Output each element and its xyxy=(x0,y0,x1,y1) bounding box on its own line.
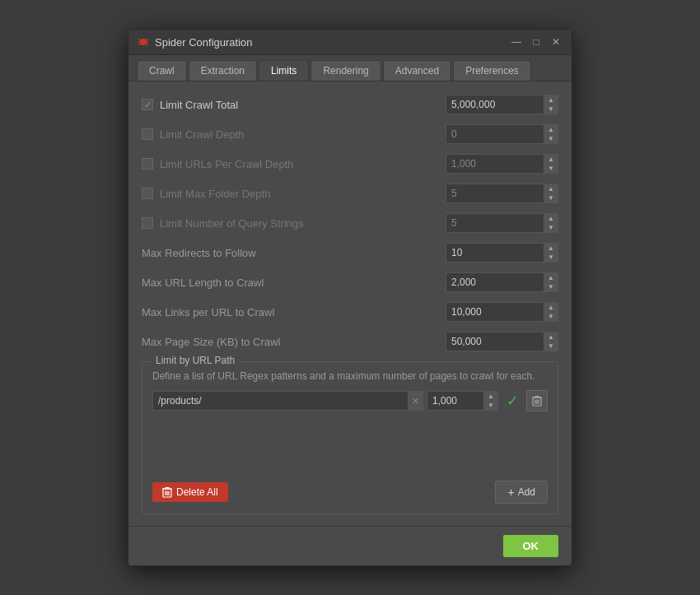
group-box-description: Define a list of URL Regex patterns and … xyxy=(152,370,548,382)
max-redirects-up[interactable]: ▲ xyxy=(544,244,558,253)
max-page-size-down[interactable]: ▼ xyxy=(544,342,558,351)
max-url-length-up[interactable]: ▲ xyxy=(544,273,558,282)
max-links-per-url-down[interactable]: ▼ xyxy=(544,312,558,321)
delete-all-label: Delete All xyxy=(176,486,218,498)
limit-urls-per-crawl-depth-input[interactable] xyxy=(446,154,544,174)
tab-bar: Crawl Extraction Limits Rendering Advanc… xyxy=(128,55,572,81)
limit-query-strings-input[interactable] xyxy=(446,213,544,233)
max-links-per-url-input[interactable] xyxy=(446,302,544,322)
limit-crawl-total-input[interactable] xyxy=(446,95,544,114)
max-links-per-url-spinbox: ▲ ▼ xyxy=(446,302,558,322)
url-entry-confirm-button[interactable]: ✓ xyxy=(502,390,523,411)
add-button[interactable]: + Add xyxy=(495,481,548,504)
url-count-wrap: ▲ ▼ xyxy=(427,391,498,411)
max-redirects-down[interactable]: ▼ xyxy=(544,253,558,262)
url-pattern-input-wrap: ✕ xyxy=(152,391,423,411)
minimize-button[interactable]: — xyxy=(509,35,524,49)
window-controls: — □ ✕ xyxy=(509,35,563,49)
max-url-length-down[interactable]: ▼ xyxy=(544,282,558,291)
max-page-size-input[interactable] xyxy=(446,332,544,351)
limits-panel: Limit Crawl Total ▲ ▼ Limit Crawl Depth … xyxy=(128,81,572,526)
tab-preferences[interactable]: Preferences xyxy=(453,60,531,81)
limit-crawl-total-checkbox[interactable] xyxy=(142,99,153,110)
max-url-length-label: Max URL Length to Crawl xyxy=(142,277,446,289)
add-label: Add xyxy=(518,486,535,498)
max-page-size-spinbox: ▲ ▼ xyxy=(446,332,558,351)
max-page-size-row: Max Page Size (KB) to Crawl ▲ ▼ xyxy=(142,330,558,353)
limit-query-strings-down[interactable]: ▼ xyxy=(544,223,558,232)
limit-query-strings-label: Limit Number of Query Strings xyxy=(160,217,304,230)
limit-crawl-depth-down[interactable]: ▼ xyxy=(544,134,558,143)
limit-urls-per-crawl-depth-label: Limit URLs Per Crawl Depth xyxy=(160,158,294,170)
limit-crawl-depth-up[interactable]: ▲ xyxy=(544,125,558,134)
limit-max-folder-depth-label: Limit Max Folder Depth xyxy=(160,188,270,200)
tab-limits[interactable]: Limits xyxy=(259,60,309,81)
limit-crawl-total-spinbox: ▲ ▼ xyxy=(446,95,558,114)
add-icon: + xyxy=(507,486,514,499)
max-links-per-url-up[interactable]: ▲ xyxy=(544,303,558,312)
group-box-title: Limit by URL Path xyxy=(151,355,240,366)
limit-max-folder-depth-down[interactable]: ▼ xyxy=(544,193,558,202)
limit-crawl-depth-spinbox: ▲ ▼ xyxy=(446,124,558,144)
svg-point-0 xyxy=(140,39,147,45)
limit-crawl-total-label: Limit Crawl Total xyxy=(160,99,238,111)
ok-button[interactable]: OK xyxy=(503,535,559,557)
maximize-button[interactable]: □ xyxy=(529,35,544,49)
max-links-per-url-label: Max Links per URL to Crawl xyxy=(142,306,446,318)
limit-query-strings-checkbox[interactable] xyxy=(142,217,153,229)
delete-all-button[interactable]: Delete All xyxy=(152,482,228,502)
limit-crawl-total-down[interactable]: ▼ xyxy=(544,105,558,114)
max-page-size-label: Max Page Size (KB) to Crawl xyxy=(142,336,446,348)
limit-urls-per-crawl-depth-down[interactable]: ▼ xyxy=(544,164,558,173)
limit-max-folder-depth-input[interactable] xyxy=(446,184,544,203)
close-button[interactable]: ✕ xyxy=(548,35,563,49)
max-url-length-row: Max URL Length to Crawl ▲ ▼ xyxy=(142,271,558,294)
limit-crawl-depth-row: Limit Crawl Depth ▲ ▼ xyxy=(142,123,558,146)
limit-max-folder-depth-row: Limit Max Folder Depth ▲ ▼ xyxy=(142,182,558,205)
spider-icon xyxy=(137,35,150,49)
dialog-footer: OK xyxy=(128,526,572,565)
limit-crawl-depth-input[interactable] xyxy=(446,124,544,144)
limit-by-url-path-group: Limit by URL Path Define a list of URL R… xyxy=(142,361,558,514)
tab-advanced[interactable]: Advanced xyxy=(383,60,451,81)
url-count-up[interactable]: ▲ xyxy=(484,392,497,401)
limit-crawl-depth-checkbox[interactable] xyxy=(142,128,153,140)
max-url-length-input[interactable] xyxy=(446,272,544,292)
limit-crawl-total-up[interactable]: ▲ xyxy=(544,95,558,105)
limit-urls-per-crawl-depth-checkbox[interactable] xyxy=(142,158,153,170)
limit-max-folder-depth-spinbox: ▲ ▼ xyxy=(446,184,558,203)
url-count-input[interactable] xyxy=(427,391,484,411)
limit-crawl-depth-label: Limit Crawl Depth xyxy=(160,128,245,141)
url-count-down[interactable]: ▼ xyxy=(484,401,497,410)
limit-query-strings-up[interactable]: ▲ xyxy=(544,214,558,223)
title-bar: Spider Configuration — □ ✕ xyxy=(128,30,572,55)
limit-urls-per-crawl-depth-row: Limit URLs Per Crawl Depth ▲ ▼ xyxy=(142,152,558,175)
max-redirects-row: Max Redirects to Follow ▲ ▼ xyxy=(142,241,558,264)
limit-crawl-total-row: Limit Crawl Total ▲ ▼ xyxy=(142,93,558,116)
limit-max-folder-depth-checkbox[interactable] xyxy=(142,188,153,199)
dialog-title: Spider Configuration xyxy=(155,36,509,49)
url-pattern-clear-button[interactable]: ✕ xyxy=(408,392,422,410)
url-entry-row: ✕ ▲ ▼ ✓ xyxy=(152,390,548,411)
limit-urls-per-crawl-depth-up[interactable]: ▲ xyxy=(544,155,558,164)
max-page-size-up[interactable]: ▲ xyxy=(544,332,558,342)
url-pattern-input[interactable] xyxy=(153,392,408,410)
max-redirects-label: Max Redirects to Follow xyxy=(142,247,446,259)
max-redirects-spinbox: ▲ ▼ xyxy=(446,243,558,263)
url-entry-delete-button[interactable] xyxy=(526,390,548,411)
spider-config-dialog: Spider Configuration — □ ✕ Crawl Extract… xyxy=(128,29,572,566)
limit-query-strings-row: Limit Number of Query Strings ▲ ▼ xyxy=(142,212,558,235)
tab-crawl[interactable]: Crawl xyxy=(137,60,187,81)
tab-rendering[interactable]: Rendering xyxy=(310,60,380,81)
limit-query-strings-spinbox: ▲ ▼ xyxy=(446,213,558,233)
group-footer: Delete All + Add xyxy=(152,481,548,504)
limit-urls-per-crawl-depth-spinbox: ▲ ▼ xyxy=(446,154,558,174)
max-redirects-input[interactable] xyxy=(446,243,544,263)
tab-extraction[interactable]: Extraction xyxy=(189,60,257,81)
max-links-per-url-row: Max Links per URL to Crawl ▲ ▼ xyxy=(142,300,558,323)
url-pattern-list: ✕ ▲ ▼ ✓ xyxy=(152,390,548,472)
limit-max-folder-depth-up[interactable]: ▲ xyxy=(544,184,558,193)
max-url-length-spinbox: ▲ ▼ xyxy=(446,272,558,292)
